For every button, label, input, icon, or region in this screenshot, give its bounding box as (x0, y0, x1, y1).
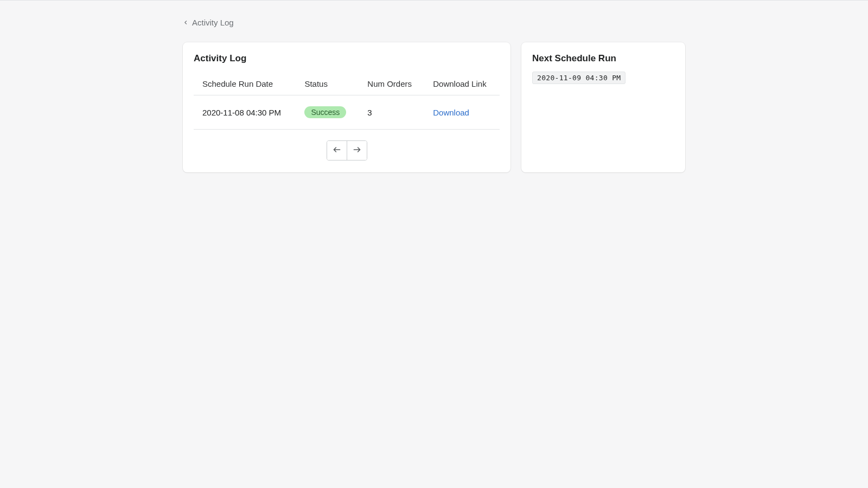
cell-schedule-run-date: 2020-11-08 04:30 PM (194, 95, 296, 130)
arrow-right-icon (353, 145, 361, 156)
breadcrumb-label: Activity Log (192, 18, 234, 27)
activity-log-card: Activity Log Schedule Run Date Status Nu… (183, 42, 510, 172)
activity-log-table: Schedule Run Date Status Num Orders Down… (194, 73, 500, 130)
next-schedule-run-card: Next Schedule Run 2020-11-09 04:30 PM (521, 42, 685, 172)
download-link[interactable]: Download (433, 108, 469, 117)
column-header-num-orders: Num Orders (359, 73, 424, 95)
cell-status: Success (296, 95, 359, 130)
chevron-left-icon (183, 20, 189, 25)
cell-download-link: Download (424, 95, 500, 130)
breadcrumb-back[interactable]: Activity Log (183, 18, 685, 27)
pagination-next-button[interactable] (347, 141, 367, 160)
next-schedule-run-title: Next Schedule Run (532, 53, 674, 72)
column-header-status: Status (296, 73, 359, 95)
column-header-schedule-run-date: Schedule Run Date (194, 73, 296, 95)
pagination (183, 130, 510, 162)
column-header-download-link: Download Link (424, 73, 500, 95)
table-row: 2020-11-08 04:30 PM Success 3 Download (194, 95, 500, 130)
pagination-prev-button[interactable] (327, 141, 347, 160)
activity-log-title: Activity Log (183, 53, 510, 69)
status-badge: Success (304, 106, 346, 118)
arrow-left-icon (333, 145, 341, 156)
cell-num-orders: 3 (359, 95, 424, 130)
next-schedule-run-value: 2020-11-09 04:30 PM (532, 72, 626, 84)
